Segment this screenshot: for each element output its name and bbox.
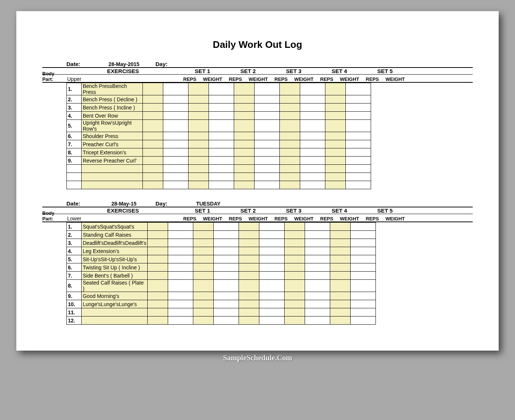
weight-cell[interactable]: [346, 104, 371, 112]
weight-cell[interactable]: [209, 83, 234, 95]
weight-cell[interactable]: [209, 181, 234, 189]
weight-cell[interactable]: [163, 148, 188, 157]
reps-cell[interactable]: [188, 173, 209, 181]
weight-cell[interactable]: [346, 112, 371, 120]
reps-cell[interactable]: [234, 148, 255, 157]
weight-cell[interactable]: [168, 247, 193, 255]
weight-cell[interactable]: [300, 112, 325, 120]
weight-cell[interactable]: [255, 120, 280, 132]
reps-cell[interactable]: [280, 83, 300, 95]
weight-cell[interactable]: [214, 316, 239, 325]
weight-cell[interactable]: [351, 272, 376, 280]
reps-cell[interactable]: [143, 83, 163, 95]
reps-cell[interactable]: [148, 247, 168, 255]
reps-cell[interactable]: [330, 292, 351, 300]
reps-cell[interactable]: [143, 148, 163, 157]
reps-cell[interactable]: [193, 231, 214, 239]
reps-cell[interactable]: [280, 181, 300, 189]
weight-cell[interactable]: [305, 263, 330, 272]
reps-cell[interactable]: [143, 95, 163, 104]
weight-cell[interactable]: [305, 231, 330, 239]
weight-cell[interactable]: [214, 223, 239, 231]
reps-cell[interactable]: [188, 181, 209, 189]
reps-cell[interactable]: [325, 140, 346, 148]
reps-cell[interactable]: [330, 223, 351, 231]
weight-cell[interactable]: [259, 308, 285, 316]
reps-cell[interactable]: [148, 239, 168, 247]
weight-cell[interactable]: [351, 292, 376, 300]
weight-cell[interactable]: [351, 316, 376, 325]
weight-cell[interactable]: [259, 231, 285, 239]
weight-cell[interactable]: [305, 308, 330, 316]
reps-cell[interactable]: [330, 316, 351, 325]
weight-cell[interactable]: [163, 165, 188, 173]
weight-cell[interactable]: [305, 280, 330, 292]
reps-cell[interactable]: [188, 95, 209, 104]
reps-cell[interactable]: [143, 104, 163, 112]
weight-cell[interactable]: [163, 132, 188, 140]
reps-cell[interactable]: [280, 157, 300, 165]
weight-cell[interactable]: [163, 157, 188, 165]
weight-cell[interactable]: [214, 292, 239, 300]
reps-cell[interactable]: [330, 255, 351, 263]
weight-cell[interactable]: [300, 157, 325, 165]
reps-cell[interactable]: [193, 239, 214, 247]
weight-cell[interactable]: [351, 300, 376, 308]
weight-cell[interactable]: [255, 104, 280, 112]
reps-cell[interactable]: [325, 83, 346, 95]
weight-cell[interactable]: [259, 239, 285, 247]
weight-cell[interactable]: [163, 181, 188, 189]
reps-cell[interactable]: [325, 104, 346, 112]
reps-cell[interactable]: [285, 263, 305, 272]
weight-cell[interactable]: [255, 165, 280, 173]
weight-cell[interactable]: [351, 223, 376, 231]
weight-cell[interactable]: [351, 255, 376, 263]
weight-cell[interactable]: [168, 239, 193, 247]
weight-cell[interactable]: [300, 83, 325, 95]
reps-cell[interactable]: [234, 181, 255, 189]
weight-cell[interactable]: [163, 104, 188, 112]
weight-cell[interactable]: [255, 132, 280, 140]
reps-cell[interactable]: [239, 308, 259, 316]
reps-cell[interactable]: [148, 223, 168, 231]
weight-cell[interactable]: [163, 95, 188, 104]
reps-cell[interactable]: [325, 132, 346, 140]
reps-cell[interactable]: [193, 316, 214, 325]
reps-cell[interactable]: [148, 231, 168, 239]
weight-cell[interactable]: [214, 255, 239, 263]
weight-cell[interactable]: [168, 255, 193, 263]
reps-cell[interactable]: [148, 255, 168, 263]
weight-cell[interactable]: [163, 83, 188, 95]
reps-cell[interactable]: [280, 120, 300, 132]
weight-cell[interactable]: [305, 239, 330, 247]
reps-cell[interactable]: [325, 165, 346, 173]
weight-cell[interactable]: [351, 239, 376, 247]
reps-cell[interactable]: [285, 247, 305, 255]
reps-cell[interactable]: [188, 157, 209, 165]
weight-cell[interactable]: [163, 140, 188, 148]
weight-cell[interactable]: [300, 148, 325, 157]
reps-cell[interactable]: [193, 308, 214, 316]
reps-cell[interactable]: [285, 272, 305, 280]
reps-cell[interactable]: [280, 132, 300, 140]
weight-cell[interactable]: [168, 223, 193, 231]
reps-cell[interactable]: [325, 148, 346, 157]
reps-cell[interactable]: [280, 148, 300, 157]
reps-cell[interactable]: [188, 83, 209, 95]
weight-cell[interactable]: [259, 292, 285, 300]
weight-cell[interactable]: [259, 272, 285, 280]
weight-cell[interactable]: [209, 140, 234, 148]
reps-cell[interactable]: [239, 263, 259, 272]
weight-cell[interactable]: [300, 173, 325, 181]
reps-cell[interactable]: [143, 140, 163, 148]
reps-cell[interactable]: [148, 308, 168, 316]
weight-cell[interactable]: [163, 120, 188, 132]
weight-cell[interactable]: [305, 316, 330, 325]
reps-cell[interactable]: [330, 280, 351, 292]
weight-cell[interactable]: [300, 95, 325, 104]
reps-cell[interactable]: [148, 263, 168, 272]
reps-cell[interactable]: [280, 165, 300, 173]
weight-cell[interactable]: [346, 173, 371, 181]
reps-cell[interactable]: [143, 120, 163, 132]
reps-cell[interactable]: [143, 132, 163, 140]
